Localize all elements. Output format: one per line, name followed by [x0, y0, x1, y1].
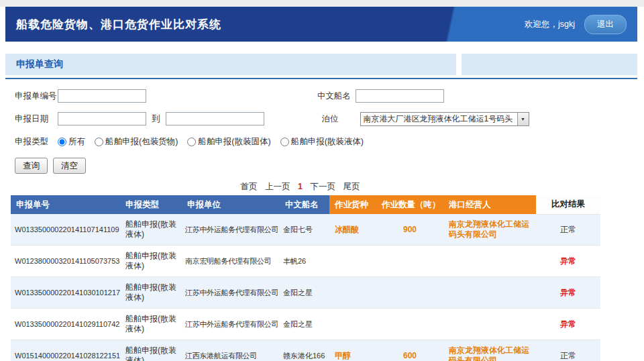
column-header: 中文船名 — [280, 195, 329, 214]
welcome-text: 欢迎您，jsgkj — [525, 19, 575, 30]
page-next-link[interactable]: 下一页 — [310, 182, 335, 191]
radio-packaged-label: 船舶申报(包装货物) — [105, 136, 178, 148]
radio-option-bulk-liquid[interactable]: 船舶申报(散装液体) — [280, 136, 364, 148]
radio-all[interactable] — [58, 138, 66, 146]
radio-bulk-solid[interactable] — [187, 138, 196, 146]
column-header: 申报单号 — [11, 195, 120, 214]
cell-compare-result: 正常 — [536, 340, 600, 361]
cell-quantity — [376, 309, 443, 340]
cell-operator — [443, 309, 536, 340]
logout-button[interactable]: 退出 — [584, 15, 627, 34]
results-table: 申报单号申报类型申报单位中文船名作业货种作业数量（吨）港口经营人比对结果 W01… — [11, 195, 600, 361]
radio-bulk-liquid[interactable] — [280, 138, 289, 146]
cell-quantity — [376, 246, 443, 277]
column-header: 港口经营人 — [443, 195, 536, 214]
cell-compare-result: 异常 — [536, 277, 600, 309]
cell-cargo — [329, 246, 376, 277]
cell-ship-name: 赣东港化166 — [280, 340, 329, 361]
cell-declare-unit: 江苏中外运船务代理有限公司 — [182, 309, 280, 340]
declare-type-label: 申报类型 — [15, 136, 58, 148]
cell-operator: 南京龙翔液体化工储运码头有限公司 — [443, 340, 536, 361]
column-header: 申报单位 — [182, 195, 280, 214]
cell-declare-unit: 江西东港航运有限公司 — [182, 340, 280, 361]
page-current: 1 — [298, 182, 303, 191]
page-prev-link[interactable]: 上一页 — [265, 182, 290, 191]
date-label: 申报日期 — [15, 113, 58, 125]
column-header: 比对结果 — [536, 195, 600, 214]
table-row: W012380000320141105073753船舶申报(散装液体)南京宏明船… — [11, 246, 600, 277]
ship-name-label: 中文船名 — [317, 91, 356, 102]
table-row: W013350000220141029110742船舶申报(散装液体)江苏中外运… — [11, 309, 600, 340]
table-row: W013350000220141030101217船舶申报(散装液体)江苏中外运… — [11, 277, 600, 309]
radio-option-packaged[interactable]: 船舶申报(包装货物) — [95, 136, 178, 148]
section-bar-main: 申报单查询 — [5, 54, 456, 75]
query-form: 申报单编号 中文船名 申报日期 到 泊位 南京港大厂港区龙翔液体化工储运1号码头… — [0, 79, 644, 173]
cell-cargo — [329, 277, 376, 309]
cell-ship-name: 金阳七号 — [280, 214, 329, 246]
cell-operator: 南京龙翔液体化工储运码头有限公司 — [443, 214, 536, 246]
section-bar-gap — [456, 54, 462, 75]
section-bar: 申报单查询 — [5, 54, 637, 75]
cell-operator — [443, 277, 536, 309]
date-from-input[interactable] — [58, 112, 146, 125]
declaration-no-input[interactable] — [58, 89, 146, 103]
table-row: W015140000220141028122151船舶申报(散装液体)江西东港航… — [11, 340, 600, 361]
page-title: 申报单查询 — [16, 58, 63, 70]
cell-declare-type: 船舶申报(散装液体) — [120, 214, 182, 246]
cell-cargo: 冰醋酸 — [329, 214, 376, 246]
cell-cargo — [329, 309, 376, 340]
app-header: 船载危险货物、港口危货作业比对系统 欢迎您，jsgkj 退出 — [5, 7, 637, 42]
cell-declare-type: 船舶申报(散装液体) — [120, 246, 182, 277]
date-to-label: 到 — [152, 113, 160, 125]
berth-select[interactable]: 南京港大厂港区龙翔液体化工储运1号码头 ▼ — [360, 112, 529, 126]
cell-declaration-no: W015140000220141028122151 — [11, 340, 120, 361]
radio-bulk-solid-label: 船舶申报(散装固体) — [198, 136, 270, 148]
page: 船载危险货物、港口危货作业比对系统 欢迎您，jsgkj 退出 申报单查询 申报单… — [0, 0, 644, 361]
query-button[interactable]: 查询 — [15, 158, 48, 174]
cell-quantity: 900 — [376, 214, 443, 246]
radio-option-all[interactable]: 所有 — [58, 136, 85, 148]
pagination: 首页 上一页 1 下一页 尾页 — [0, 181, 600, 193]
window-margin — [0, 0, 644, 7]
radio-all-label: 所有 — [68, 136, 85, 148]
column-header: 申报类型 — [120, 195, 182, 214]
cell-quantity: 600 — [376, 340, 443, 361]
radio-option-bulk-solid[interactable]: 船舶申报(散装固体) — [187, 136, 270, 148]
cell-declaration-no: W012380000320141105073753 — [11, 246, 120, 277]
dropdown-arrow-icon: ▼ — [517, 113, 529, 125]
radio-bulk-liquid-label: 船舶申报(散装液体) — [291, 136, 364, 148]
cell-compare-result: 异常 — [536, 246, 600, 277]
clear-button[interactable]: 清空 — [53, 158, 86, 174]
radio-packaged[interactable] — [95, 138, 103, 146]
cell-declare-unit: 江苏中外运船务代理有限公司 — [182, 214, 280, 246]
cell-declare-type: 船舶申报(散装液体) — [120, 309, 182, 340]
column-header: 作业货种 — [329, 195, 376, 214]
cell-operator — [443, 246, 536, 277]
date-to-input[interactable] — [166, 112, 264, 125]
cell-declaration-no: W013350000220141107141109 — [11, 214, 120, 246]
table-header-row: 申报单号申报类型申报单位中文船名作业货种作业数量（吨）港口经营人比对结果 — [11, 195, 600, 214]
cell-declare-type: 船舶申报(散装液体) — [120, 277, 182, 309]
column-header: 作业数量（吨） — [376, 195, 443, 214]
cell-quantity — [376, 277, 443, 309]
cell-declare-type: 船舶申报(散装液体) — [120, 340, 182, 361]
cell-ship-name: 金阳之星 — [280, 277, 329, 309]
header-right: 欢迎您，jsgkj 退出 — [525, 15, 627, 34]
cell-declare-unit: 南京宏明船务代理有限公司 — [182, 246, 280, 277]
cell-declare-unit: 江苏中外运船务代理有限公司 — [182, 277, 280, 309]
cell-compare-result: 正常 — [536, 214, 600, 246]
ship-name-input[interactable] — [356, 89, 444, 103]
cell-declaration-no: W013350000220141030101217 — [11, 277, 120, 309]
cell-ship-name: 丰帆26 — [280, 246, 329, 277]
cell-declaration-no: W013350000220141029110742 — [11, 309, 120, 340]
page-first-link[interactable]: 首页 — [241, 182, 258, 191]
table-row: W013350000220141107141109船舶申报(散装液体)江苏中外运… — [11, 214, 600, 246]
cell-compare-result: 异常 — [536, 309, 600, 340]
app-title: 船载危险货物、港口危货作业比对系统 — [16, 17, 221, 32]
cell-cargo: 甲醇 — [329, 340, 376, 361]
page-last-link[interactable]: 尾页 — [343, 182, 360, 191]
declaration-no-label: 申报单编号 — [15, 91, 58, 102]
cell-ship-name: 金阳之星 — [280, 309, 329, 340]
section-bar-right — [462, 54, 637, 75]
berth-select-value: 南京港大厂港区龙翔液体化工储运1号码头 — [361, 113, 517, 125]
